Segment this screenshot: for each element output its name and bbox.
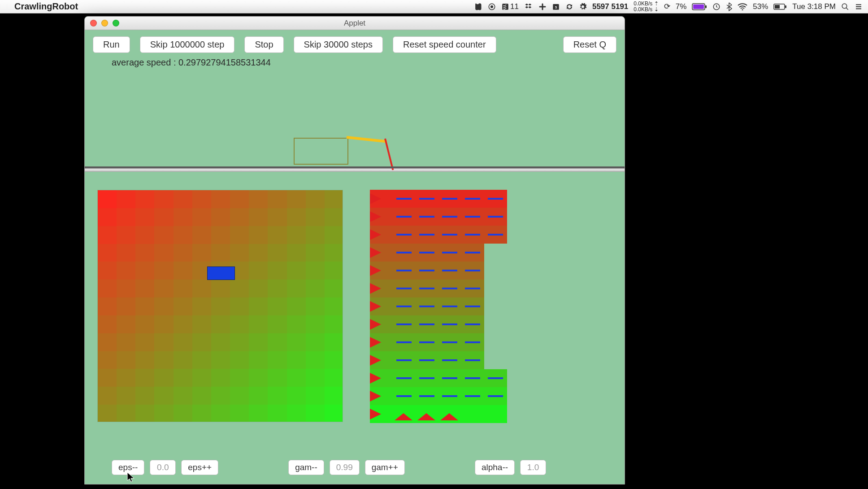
value-cell <box>211 244 230 262</box>
battery-sync-icon[interactable]: ⟳ <box>664 2 670 11</box>
value-cell <box>249 405 268 422</box>
value-cell <box>249 369 268 387</box>
reset-q-button[interactable]: Reset Q <box>563 36 616 53</box>
value-cell <box>192 369 211 387</box>
value-cell <box>154 297 173 315</box>
value-cell <box>268 226 286 244</box>
policy-cell <box>461 405 484 423</box>
policy-cell <box>484 405 507 423</box>
policy-dash <box>442 270 457 271</box>
window-titlebar[interactable]: Applet <box>85 17 625 30</box>
battery2-icon[interactable] <box>773 4 787 10</box>
value-cell <box>98 226 117 244</box>
value-cell <box>249 226 268 244</box>
value-cell <box>154 262 173 279</box>
policy-dash <box>465 234 480 236</box>
svg-rect-6 <box>705 5 707 8</box>
close-window-button[interactable] <box>90 20 97 26</box>
battery-percent[interactable]: 7% <box>676 2 687 11</box>
clock[interactable]: Tue 3:18 PM <box>792 2 836 11</box>
run-button[interactable]: Run <box>93 36 130 53</box>
value-cell <box>230 333 249 351</box>
minimize-window-button[interactable] <box>101 20 108 26</box>
eps-increment-button[interactable]: eps++ <box>181 460 218 475</box>
value-cell <box>325 208 343 226</box>
value-cell <box>249 351 268 369</box>
battery-icon[interactable] <box>692 3 707 10</box>
alpha-decrement-button[interactable]: alpha-- <box>475 460 515 475</box>
stop-button[interactable]: Stop <box>244 36 283 53</box>
value-cell <box>287 297 306 315</box>
value-cell <box>230 405 249 422</box>
eps-value: 0.0 <box>150 460 176 475</box>
todoist-menubar-icon[interactable]: 11 <box>501 2 519 11</box>
value-cell <box>325 297 343 315</box>
policy-dash <box>465 216 480 218</box>
value-cell <box>135 351 154 369</box>
value-cell <box>117 226 135 244</box>
value-cell <box>192 387 211 405</box>
wifi-percent[interactable]: 53% <box>753 2 768 11</box>
policy-dash <box>488 377 503 379</box>
eps-decrement-button[interactable]: eps-- <box>112 460 144 475</box>
value-cell <box>174 190 192 208</box>
menubar-numbers[interactable]: 5597 5191 <box>592 2 628 11</box>
ground-line <box>85 166 625 168</box>
value-cell <box>154 244 173 262</box>
value-cell <box>174 315 192 333</box>
value-cell <box>174 279 192 297</box>
value-cell <box>230 369 249 387</box>
active-app-name[interactable]: CrawlingRobot <box>14 1 78 12</box>
value-cell <box>192 351 211 369</box>
svg-rect-7 <box>693 4 704 9</box>
plus-menubar-icon[interactable] <box>538 3 547 11</box>
value-cell <box>230 208 249 226</box>
calendar-menubar-icon[interactable]: 5 <box>552 3 560 11</box>
value-cell <box>98 262 117 279</box>
policy-arrow-icon <box>370 409 381 419</box>
zoom-window-button[interactable] <box>113 20 119 26</box>
wifi-icon[interactable] <box>738 3 747 10</box>
svg-rect-11 <box>785 5 786 8</box>
value-cell <box>325 369 343 387</box>
value-cell <box>287 190 306 208</box>
policy-dash <box>442 198 457 200</box>
policy-arrow-icon <box>370 337 381 348</box>
value-cell <box>230 387 249 405</box>
dropbox-menubar-icon[interactable] <box>524 2 533 11</box>
value-cell <box>268 279 286 297</box>
pane-divider[interactable] <box>85 168 625 172</box>
value-cell <box>174 244 192 262</box>
gam-decrement-button[interactable]: gam-- <box>288 460 324 475</box>
value-cell <box>117 369 135 387</box>
spotlight-icon[interactable] <box>841 3 849 11</box>
value-cell <box>98 333 117 351</box>
sync-menubar-icon[interactable] <box>565 3 573 11</box>
value-cell <box>174 369 192 387</box>
notification-center-icon[interactable] <box>855 3 863 11</box>
value-cell <box>192 405 211 422</box>
reset-speed-button[interactable]: Reset speed counter <box>393 36 496 53</box>
skip-big-button[interactable]: Skip 1000000 step <box>140 36 235 53</box>
value-cell <box>154 190 173 208</box>
network-stats[interactable]: 0.0KB/s ⇡ 0.0KB/s ⇣ <box>634 1 658 12</box>
value-cell <box>211 333 230 351</box>
record-menubar-icon[interactable] <box>488 3 496 11</box>
value-cell <box>211 208 230 226</box>
bluetooth-icon[interactable] <box>726 2 732 11</box>
gam-increment-button[interactable]: gam++ <box>365 460 405 475</box>
alpha-group: alpha-- 1.0 <box>475 460 546 475</box>
value-cell <box>268 351 286 369</box>
skip-small-button[interactable]: Skip 30000 steps <box>294 36 383 53</box>
value-cell <box>211 226 230 244</box>
value-cell <box>211 279 230 297</box>
value-cell <box>135 315 154 333</box>
value-cell <box>135 226 154 244</box>
value-cell <box>211 387 230 405</box>
value-cell <box>154 387 173 405</box>
value-cell <box>306 387 325 405</box>
timemachine-icon[interactable] <box>712 3 720 11</box>
value-cell <box>306 369 325 387</box>
evernote-menubar-icon[interactable] <box>473 2 482 11</box>
gear-menubar-icon[interactable] <box>579 3 587 11</box>
